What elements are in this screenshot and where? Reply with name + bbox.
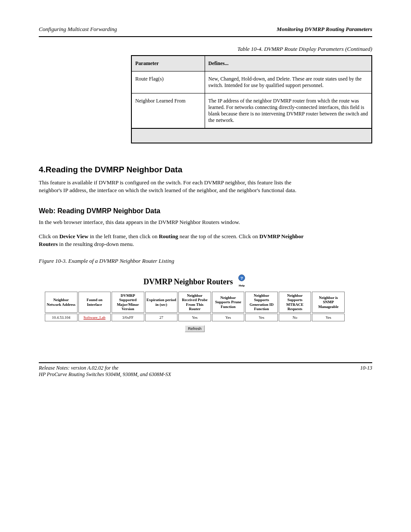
help-button[interactable]: ? Help (237, 274, 246, 287)
help-icon: ? (237, 274, 246, 284)
cell-probe: Yes (178, 314, 211, 321)
footer-page-number: 10-13 (360, 365, 372, 378)
header-rule (39, 36, 372, 37)
nav-instructions: Click on Device View in the left frame, … (39, 233, 314, 248)
param-name: Route Flag(s) (131, 72, 205, 93)
col-genid: Neighbor Supports Generation ID Function (245, 292, 278, 313)
col-mtrace: Neighbor Supports MTRACE Requests (279, 292, 311, 313)
nav-text: near the top of the screen. Click on (178, 233, 259, 240)
help-label: Help (237, 284, 246, 287)
interface-link[interactable]: Software_Lab (84, 315, 106, 320)
svg-text:?: ? (240, 276, 243, 280)
param-def: New, Changed, Hold-down, and Delete. The… (205, 72, 372, 93)
param-head-2: Defines... (205, 56, 372, 72)
cell-mtrace: No (279, 314, 311, 321)
page: Configuring Multicast Forwarding Monitor… (0, 0, 411, 395)
param-def: The IP address of the neighbor DVMRP rou… (205, 93, 372, 129)
table-footer-pad (131, 128, 372, 143)
screenshot-button-row: Refresh (44, 322, 346, 332)
param-head-1: Parameter (131, 56, 205, 72)
screenshot-title: DVMRP Neighbor Routers (143, 277, 233, 286)
cell-addr: 10.4.53.104 (45, 314, 78, 321)
footer-left: Release Notes: version A.02.02 for the H… (39, 365, 171, 378)
cell-genid: Yes (245, 314, 278, 321)
figure-caption: Figure 10-3. Example of a DVMRP Neighbor… (39, 258, 372, 264)
screenshot-dvmrp-neighbors: DVMRP Neighbor Routers ? Help Neighbor N… (40, 268, 350, 336)
table-caption: Table 10-4. DVMRP Route Display Paramete… (39, 46, 372, 53)
screenshot-title-row: DVMRP Neighbor Routers ? Help (44, 274, 346, 287)
col-exp: Expiration period in (sec) (145, 292, 178, 313)
header-left: Configuring Multicast Forwarding (39, 26, 117, 33)
table-row: 10.4.53.104 Software_Lab 3/0xFF 27 Yes Y… (45, 314, 345, 321)
cell-intf: Software_Lab (78, 314, 111, 321)
running-header: Configuring Multicast Forwarding Monitor… (39, 26, 372, 33)
neighbor-table: Neighbor Network Address Found on Interf… (44, 291, 346, 322)
col-probe: Neighbor Received Probe From This Router (178, 292, 211, 313)
col-intf: Found on Interface (78, 292, 111, 313)
col-addr: Neighbor Network Address (45, 292, 78, 313)
section-heading: 4.Reading the DVMRP Neighbor Data (39, 165, 372, 174)
cell-prune: Yes (212, 314, 245, 321)
col-prune: Neighbor Supports Prune Function (212, 292, 245, 313)
param-name: Neighbor Learned From (131, 93, 205, 129)
nav-text: in the resulting drop-down menu. (58, 241, 134, 247)
page-footer: Release Notes: version A.02.02 for the H… (39, 365, 372, 378)
header-right: Monitoring DVMRP Routing Parameters (277, 26, 372, 33)
param-table: Parameter Defines... Route Flag(s) New, … (131, 55, 372, 143)
table-row: Route Flag(s) New, Changed, Hold-down, a… (131, 72, 372, 93)
nav-step: Routing (159, 233, 178, 240)
refresh-button[interactable]: Refresh (185, 325, 205, 332)
footer-rule (39, 362, 372, 363)
col-snmp: Neighbor is SNMP Manageable (312, 292, 345, 313)
nav-step: Device View (59, 233, 89, 240)
cell-exp: 27 (145, 314, 178, 321)
web-paragraph: In the web browser interface, this data … (39, 218, 314, 226)
col-ver: DVMRP Supported Major/Minor Version (112, 292, 144, 313)
cell-ver: 3/0xFF (112, 314, 144, 321)
section-paragraph: This feature is available if DVMRP is co… (39, 179, 314, 194)
cell-snmp: Yes (312, 314, 345, 321)
subsection-heading: Web: Reading DVMRP Neighbor Data (39, 207, 372, 215)
table-row: Neighbor Learned From The IP address of … (131, 93, 372, 129)
nav-text: Click on (39, 233, 59, 240)
nav-text: in the left frame, then click on (88, 233, 159, 240)
